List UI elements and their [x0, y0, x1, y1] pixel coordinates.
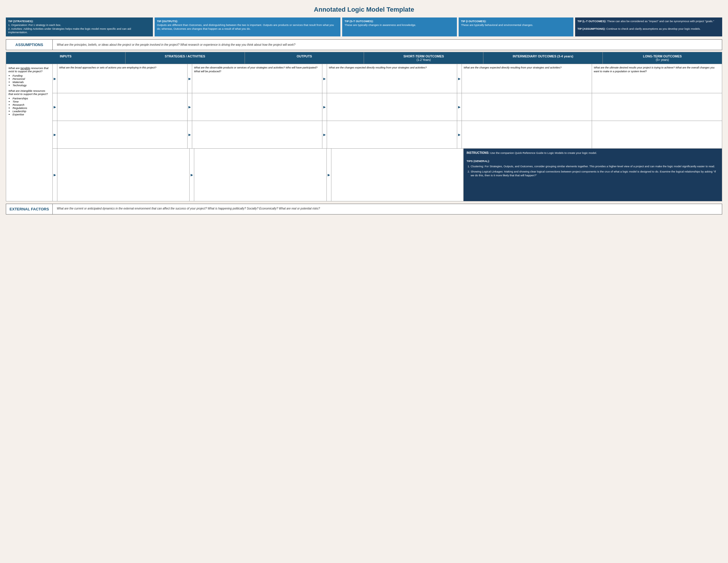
- arrow-row2-2: ►: [188, 93, 192, 121]
- arrow-1: ►: [53, 64, 57, 93]
- instructions-title-rest: NSTRUCTIONS:: [467, 151, 490, 154]
- tips-general-list: Clustering: For Strategies, Outputs, and…: [471, 164, 719, 177]
- external-factors-label: EXTERNAL FACTORS: [6, 204, 53, 214]
- empty-cell[interactable]: [327, 93, 457, 121]
- tip-assumptions-body: Continue to check and clarify assumption…: [606, 27, 701, 30]
- assumptions-row: ASSUMPTIONS What are the principles, bel…: [6, 39, 722, 50]
- arrow-4: ►: [457, 64, 462, 93]
- list-item: Partnerships: [13, 97, 50, 100]
- tip-i-label: TIP (I OUTCOMES):: [461, 20, 486, 23]
- column-headers: INPUTS STRATEGIES / ACTIVITIES OUTPUTS S…: [6, 52, 722, 64]
- header-long-term: LONG-TERM OUTCOMES (5+ years): [603, 52, 722, 64]
- inputs-tangible-list: Funding Personnel Materials Technology: [13, 74, 50, 87]
- empty-cell[interactable]: [462, 93, 592, 121]
- instructions-body: Use the companion Quick Reference Guide …: [490, 151, 597, 154]
- header-inputs: INPUTS: [6, 52, 126, 64]
- data-row-4: ► ► ► INSTRUCTIONS: Use the companion Qu…: [53, 149, 722, 201]
- right-columns: ► What are the broad approaches or sets …: [53, 64, 722, 201]
- empty-cell[interactable]: [57, 93, 188, 121]
- list-item: Leadership: [13, 110, 50, 113]
- tip-strategies-body: 1. Organization: Put 1 strategy in each …: [8, 23, 131, 34]
- tip-st-outcomes: TIP (S-T OUTCOMES): These are typically …: [342, 17, 457, 36]
- tip-strategies: TIP (STRATEGIES): 1. Organization: Put 1…: [6, 17, 153, 36]
- list-item: Personnel: [13, 77, 50, 80]
- list-item: Expertise: [13, 113, 50, 116]
- arrow-row3-3: ►: [322, 121, 327, 148]
- instructions-box: INSTRUCTIONS: Use the companion Quick Re…: [464, 149, 722, 201]
- empty-cell[interactable]: [592, 93, 722, 121]
- external-factors-content: What are the current or anticipated dyna…: [53, 204, 722, 214]
- empty-cell[interactable]: [462, 121, 592, 148]
- tip-outputs-body: Outputs are different than Outcomes, and…: [157, 23, 334, 30]
- inputs-intangible-question: What are intangible resources that exist…: [8, 89, 50, 96]
- strategies-desc-cell: What are the broad approaches or sets of…: [57, 64, 188, 93]
- data-row-2: ► ► ► ►: [53, 93, 722, 121]
- empty-cell[interactable]: [194, 149, 326, 201]
- list-item: Materials: [13, 80, 50, 84]
- arrow-row3-1: ►: [53, 121, 57, 148]
- outputs-desc-cell: What are the observable products or serv…: [192, 64, 322, 93]
- arrow-2: ►: [188, 64, 192, 93]
- intermediary-desc-cell: What are the changes expected directly r…: [462, 64, 592, 93]
- short-term-desc-cell: What are the changes expected directly r…: [327, 64, 457, 93]
- arrow-row2-4: ►: [457, 93, 462, 121]
- empty-cell[interactable]: [592, 121, 722, 148]
- inputs-panel: What are tangible resources that exist t…: [6, 64, 53, 201]
- empty-cell[interactable]: [57, 121, 188, 148]
- assumptions-label: ASSUMPTIONS: [6, 40, 53, 50]
- arrow-row4-3: ►: [327, 149, 331, 201]
- tips-row: TIP (STRATEGIES): 1. Organization: Put 1…: [6, 17, 722, 36]
- arrow-row2-1: ►: [53, 93, 57, 121]
- empty-cell[interactable]: [192, 121, 322, 148]
- inputs-tangible-question: What are tangible resources that exist t…: [8, 66, 50, 73]
- tips-general-label: TIPS (GENERAL):: [467, 159, 719, 163]
- data-row-3: ► ► ► ►: [53, 121, 722, 149]
- tip-i-outcomes: TIP (I OUTCOMES): These are typically be…: [459, 17, 573, 36]
- header-strategies: STRATEGIES / ACTIVITIES: [126, 52, 245, 64]
- tip-lt-outcomes: TIP (L-T OUTCOMES): These can also be co…: [575, 17, 722, 36]
- instructions-container: INSTRUCTIONS: Use the companion Quick Re…: [464, 149, 722, 201]
- header-intermediary: INTERMEDIARY OUTCOMES (3-4 years): [483, 52, 603, 64]
- list-item: Regulations: [13, 106, 50, 110]
- arrow-3: ►: [322, 64, 327, 93]
- arrow-row3-2: ►: [188, 121, 192, 148]
- tip-i-body: These are typically behavioral and envir…: [461, 23, 533, 27]
- description-row: ► What are the broad approaches or sets …: [53, 64, 722, 93]
- list-item: Time: [13, 100, 50, 103]
- assumptions-content: What are the principles, beliefs, or ide…: [53, 40, 722, 50]
- tip-outputs: TIP (OUTPUTS): Outputs are different tha…: [155, 17, 340, 36]
- arrow-row3-4: ►: [457, 121, 462, 148]
- long-term-desc-cell: What are the ultimate desired results yo…: [592, 64, 722, 93]
- tip-st-label: TIP (S-T OUTCOMES):: [344, 20, 374, 23]
- list-item: Clustering: For Strategies, Outputs, and…: [471, 164, 719, 168]
- list-item: Research: [13, 103, 50, 106]
- empty-cell[interactable]: [331, 149, 464, 201]
- inputs-intangible-list: Partnerships Time Research Regulations L…: [13, 97, 50, 116]
- tip-st-body: These are typically changes in awareness…: [344, 23, 416, 27]
- list-item: Showing Logical Linkages: Making and sho…: [471, 169, 719, 177]
- empty-cell[interactable]: [57, 149, 190, 201]
- list-item: Technology: [13, 84, 50, 87]
- main-data-area: What are tangible resources that exist t…: [6, 64, 722, 201]
- tip-lt-label: TIP (L-T OUTCOMES):: [577, 20, 606, 23]
- arrow-row4-2: ►: [190, 149, 194, 201]
- arrow-row2-3: ►: [322, 93, 327, 121]
- tip-outputs-label: TIP (OUTPUTS):: [157, 20, 178, 23]
- page-container: Annotated Logic Model Template TIP (STRA…: [6, 6, 722, 214]
- header-outputs: OUTPUTS: [245, 52, 364, 64]
- page-title: Annotated Logic Model Template: [6, 6, 722, 13]
- external-factors-row: EXTERNAL FACTORS What are the current or…: [6, 204, 722, 214]
- header-short-term: SHORT-TERM OUTCOMES (1-2 Years): [364, 52, 483, 64]
- tip-assumptions-label: TIP (ASSUMPTIONS):: [577, 27, 605, 30]
- tip-strategies-label: TIP (STRATEGIES):: [8, 20, 33, 23]
- list-item: Funding: [13, 74, 50, 77]
- empty-cell[interactable]: [327, 121, 457, 148]
- empty-cell[interactable]: [192, 93, 322, 121]
- arrow-row4-1: ►: [53, 149, 57, 201]
- tip-lt-body: These can also be considered as "impact"…: [607, 20, 714, 23]
